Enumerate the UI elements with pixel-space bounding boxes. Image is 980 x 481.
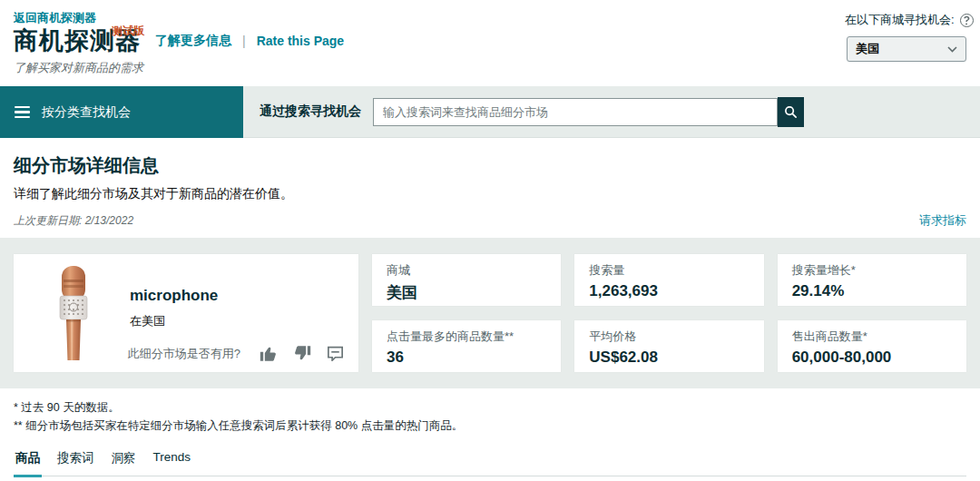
metric-label: 平均价格: [589, 329, 749, 345]
marketplace-selected: 美国: [856, 41, 879, 57]
metric-card-search-growth: 搜索量增长* 29.14%: [778, 254, 966, 306]
marketplace-dropdown[interactable]: 美国: [847, 36, 966, 62]
product-image-microphone: [44, 254, 103, 372]
back-link[interactable]: 返回商机探测器: [14, 10, 96, 26]
metric-card-search-volume: 搜索量 1,263,693: [574, 254, 763, 306]
tab-insights[interactable]: 洞察: [110, 450, 138, 476]
marketplace-label: 在以下商城寻找机会:: [845, 12, 955, 28]
niche-location: 在美国: [130, 313, 218, 329]
metric-label: 点击量最多的商品数量**: [387, 329, 546, 345]
metric-label: 商城: [387, 262, 546, 279]
tab-search-terms[interactable]: 搜索词: [55, 450, 96, 476]
search-icon: [784, 105, 798, 119]
marketplace-selector: 在以下商城寻找机会: 美国: [847, 12, 966, 62]
opportunity-navbar: 按分类查找机会 通过搜索寻找机会: [0, 86, 980, 138]
search-button[interactable]: [778, 97, 804, 127]
search-input[interactable]: [373, 98, 778, 126]
thumbs-up-icon[interactable]: [260, 345, 278, 362]
feedback-question: 此细分市场是否有用?: [128, 346, 240, 362]
metric-label: 搜索量: [589, 262, 749, 279]
detail-tabs: 商品 搜索词 洞察 Trends: [14, 450, 966, 476]
metric-value: 29.14%: [792, 282, 952, 300]
footnotes: * 过去 90 天的数据。 ** 细分市场包括买家在特定细分市场输入任意搜索词后…: [0, 388, 980, 435]
metric-value: 36: [387, 348, 546, 367]
header-links: 了解更多信息 | Rate this Page: [155, 33, 344, 54]
tab-products[interactable]: 商品: [14, 450, 42, 477]
metric-label: 搜索量增长*: [792, 262, 952, 279]
metric-card-average-price: 平均价格 US$62.08: [574, 320, 763, 372]
beta-badge: 测试版: [112, 24, 144, 39]
metrics-band: microphone 在美国 此细分市场是否有用? 商城 美国 搜索量: [0, 238, 980, 388]
metric-value: 美国: [387, 282, 546, 303]
metric-value: 1,263,693: [589, 282, 749, 300]
page-subtitle: 了解买家对新商品的需求: [14, 60, 966, 76]
help-icon[interactable]: [960, 14, 974, 27]
browse-by-category-label: 按分类查找机会: [42, 104, 131, 121]
section-title: 细分市场详细信息: [14, 153, 966, 178]
niche-name: microphone: [130, 287, 218, 305]
rate-this-page-link[interactable]: Rate this Page: [257, 34, 344, 48]
section-description: 详细了解此细分市场及其对于新商品的潜在价值。: [14, 186, 966, 202]
metric-card-marketplace: 商城 美国: [372, 254, 561, 306]
metric-value: 60,000-80,000: [792, 348, 952, 367]
tab-trends[interactable]: Trends: [152, 450, 193, 476]
metric-card-top-clicked-products: 点击量最多的商品数量** 36: [372, 320, 561, 372]
thumbs-down-icon[interactable]: [293, 345, 311, 362]
request-metrics-link[interactable]: 请求指标: [919, 212, 966, 229]
footnote-2: ** 细分市场包括买家在特定细分市场输入任意搜索词后累计获得 80% 点击量的热…: [14, 417, 966, 435]
search-bar-area: 通过搜索寻找机会: [243, 86, 980, 138]
niche-details-section: 细分市场详细信息 详细了解此细分市场及其对于新商品的潜在价值。 上次更新日期: …: [0, 138, 980, 238]
footnote-1: * 过去 90 天的数据。: [14, 398, 966, 417]
hamburger-icon: [15, 106, 30, 119]
title-row: 商机探测器 测试版 了解更多信息 | Rate this Page: [14, 28, 966, 54]
page-header: 返回商机探测器 商机探测器 测试版 了解更多信息 | Rate this Pag…: [0, 0, 980, 86]
browse-by-category-button[interactable]: 按分类查找机会: [0, 86, 243, 138]
last-updated-date: 上次更新日期: 2/13/2022: [14, 213, 133, 229]
comment-icon[interactable]: [327, 346, 344, 361]
links-divider: |: [242, 34, 246, 48]
metric-label: 售出商品数量*: [792, 329, 952, 345]
metric-value: US$62.08: [589, 348, 749, 367]
search-section-label: 通过搜索寻找机会: [260, 103, 361, 120]
metric-card-units-sold: 售出商品数量* 60,000-80,000: [778, 320, 966, 372]
niche-summary-card: microphone 在美国 此细分市场是否有用?: [14, 254, 358, 372]
learn-more-link[interactable]: 了解更多信息: [155, 33, 231, 49]
chevron-down-icon: [947, 46, 957, 53]
